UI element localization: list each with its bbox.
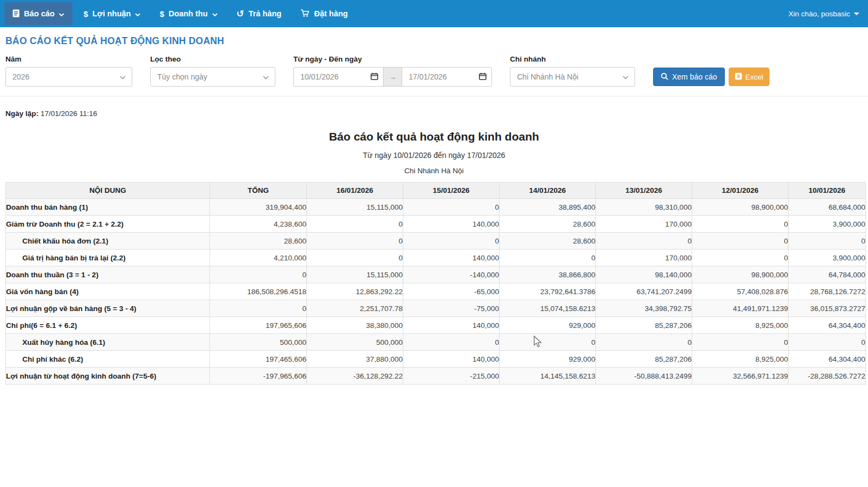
cell-value: -65,000	[403, 283, 500, 300]
column-header: 15/01/2026	[403, 182, 500, 199]
cell-value: 929,000	[500, 351, 596, 368]
branch-filter-group: Chi nhánh Chi Nhánh Hà Nội	[510, 55, 635, 87]
nav-item-loi-nhuan[interactable]: $ Lợi nhuận	[75, 2, 149, 25]
cell-value: 3,900,000	[789, 216, 866, 233]
dollar-icon: $	[83, 10, 88, 18]
nav-item-doanh-thu[interactable]: $ Doanh thu	[151, 2, 225, 25]
calendar-icon[interactable]	[479, 72, 487, 82]
view-report-button[interactable]: Xem báo cáo	[653, 68, 725, 86]
cart-icon	[300, 9, 310, 19]
date-range-group: Từ ngày - Đến ngày 10/01/2026 → 17/01/20…	[293, 55, 492, 87]
column-header: 16/01/2026	[307, 182, 403, 199]
row-label: Doanh thu thuần (3 = 1 - 2)	[6, 266, 210, 283]
row-label: Giảm trừ Doanh thu (2 = 2.1 + 2.2)	[6, 216, 210, 233]
row-label: Lợi nhuận từ hoạt động kinh doanh (7=5-6…	[6, 368, 210, 385]
cell-value: 0	[210, 300, 307, 317]
table-row: Chiết khấu hóa đơn (2.1)28,6000028,60000…	[6, 233, 866, 249]
cell-value: 8,925,000	[692, 351, 789, 368]
page-title: BÁO CÁO KẾT QUẢ HOẠT ĐỘNG KINH DOANH	[0, 27, 868, 47]
cell-value: 0	[596, 334, 692, 351]
excel-export-button-label: Excel	[746, 73, 764, 81]
cell-value: 170,000	[596, 249, 692, 266]
user-menu[interactable]: Xin chào, posbasic	[789, 10, 859, 18]
date-range-arrow-button[interactable]: →	[383, 67, 402, 87]
cell-value: 28,600	[500, 233, 596, 249]
cell-value: 0	[403, 199, 500, 216]
cell-value: 64,784,000	[789, 266, 866, 283]
year-select-value: 2026	[13, 72, 29, 81]
nav-item-bao-cao[interactable]: Báo cáo	[4, 2, 72, 25]
cell-value: 85,287,206	[596, 317, 692, 334]
report-title: Báo cáo kết quả hoạt động kinh doanh	[0, 130, 868, 143]
filter-by-select[interactable]: Tùy chọn ngày	[150, 67, 275, 87]
cell-value: 85,287,206	[596, 351, 692, 368]
nav-item-label: Báo cáo	[24, 9, 54, 18]
cell-value: 0	[692, 334, 789, 351]
cell-value: 98,140,000	[596, 266, 692, 283]
cell-value: 38,866,800	[500, 266, 596, 283]
from-date-value: 10/01/2026	[300, 72, 338, 81]
calendar-icon[interactable]	[371, 72, 378, 82]
cell-value: 197,965,606	[210, 317, 307, 334]
cell-value: 0	[307, 249, 403, 266]
nav-item-label: Trả hàng	[249, 9, 281, 18]
cell-value: 0	[500, 249, 596, 266]
filter-by-group: Lọc theo Tùy chọn ngày	[150, 55, 275, 87]
column-header: 13/01/2026	[596, 182, 692, 199]
table-row: Doanh thu thuần (3 = 1 - 2)015,115,000-1…	[6, 266, 866, 283]
greeting-label: Xin chào, posbasic	[789, 10, 850, 18]
cell-value: 0	[789, 233, 866, 249]
cell-value: 37,880,000	[307, 351, 403, 368]
table-row: Giảm trừ Doanh thu (2 = 2.1 + 2.2)4,238,…	[6, 216, 866, 233]
year-label: Năm	[5, 55, 132, 63]
row-label: Chi phí(6 = 6.1 + 6.2)	[6, 317, 210, 334]
created-at-value: 17/01/2026 11:16	[41, 109, 97, 118]
table-row: Lợi nhuận gộp về bán hàng (5 = 3 - 4)02,…	[6, 300, 866, 317]
table-row: Xuất hủy hàng hóa (6.1)500,000500,000000…	[6, 334, 866, 351]
to-date-value: 17/01/2026	[409, 72, 447, 81]
excel-export-button[interactable]: Excel	[729, 68, 769, 86]
cell-value: 0	[789, 334, 866, 351]
cell-value: 500,000	[307, 334, 403, 351]
row-label: Chiết khấu hóa đơn (2.1)	[6, 233, 210, 249]
cell-value: 28,600	[210, 233, 307, 249]
cell-value: 15,115,000	[307, 199, 403, 216]
cell-value: 0	[692, 216, 789, 233]
chevron-down-icon	[212, 9, 218, 18]
report-date-range-subtitle: Từ ngày 10/01/2026 đến ngày 17/01/2026	[0, 151, 868, 160]
cell-value: 15,074,158.6213	[500, 300, 596, 317]
column-header: TỔNG	[210, 182, 307, 199]
cell-value: 63,741,207.2499	[596, 283, 692, 300]
report-table-body: Doanh thu bán hàng (1)319,904,40015,115,…	[6, 199, 866, 385]
cell-value: 0	[403, 233, 500, 249]
table-row: Chi phí(6 = 6.1 + 6.2)197,965,60638,380,…	[6, 317, 866, 334]
nav-item-tra-hang[interactable]: ↺ Trả hàng	[229, 2, 290, 25]
from-date-input[interactable]: 10/01/2026	[293, 67, 384, 87]
cell-value: -140,000	[403, 266, 500, 283]
cell-value: 8,925,000	[692, 317, 789, 334]
branch-select[interactable]: Chi Nhánh Hà Nội	[510, 67, 635, 87]
cell-value: 98,310,000	[596, 199, 692, 216]
row-label: Doanh thu bán hàng (1)	[6, 199, 210, 216]
created-at-label: Ngày lập:	[5, 109, 39, 118]
cell-value: 0	[500, 334, 596, 351]
cell-value: -28,288,526.7272	[789, 368, 866, 385]
cell-value: 28,768,126.7272	[789, 283, 866, 300]
column-header: NỘI DUNG	[6, 182, 210, 199]
nav-item-dat-hang[interactable]: Đặt hàng	[292, 2, 356, 25]
table-row: Chi phí khác (6.2)197,465,60637,880,0001…	[6, 351, 866, 368]
cell-value: 98,900,000	[692, 266, 789, 283]
cell-value: -215,000	[403, 368, 500, 385]
cell-value: 12,863,292.22	[307, 283, 403, 300]
cell-value: 140,000	[403, 317, 500, 334]
to-date-input[interactable]: 17/01/2026	[402, 67, 492, 87]
cell-value: 0	[210, 266, 307, 283]
year-select[interactable]: 2026	[5, 67, 132, 87]
filter-by-label: Lọc theo	[150, 55, 275, 63]
table-row: Giá trị hàng bán bị trả lại (2.2)4,210,0…	[6, 249, 866, 266]
row-label: Giá trị hàng bán bị trả lại (2.2)	[6, 249, 210, 266]
report-table: NỘI DUNG TỔNG 16/01/2026 15/01/2026 14/0…	[5, 182, 866, 385]
column-header: 14/01/2026	[500, 182, 596, 199]
cell-value: 4,210,000	[210, 249, 307, 266]
nav-item-label: Lợi nhuận	[93, 9, 131, 18]
